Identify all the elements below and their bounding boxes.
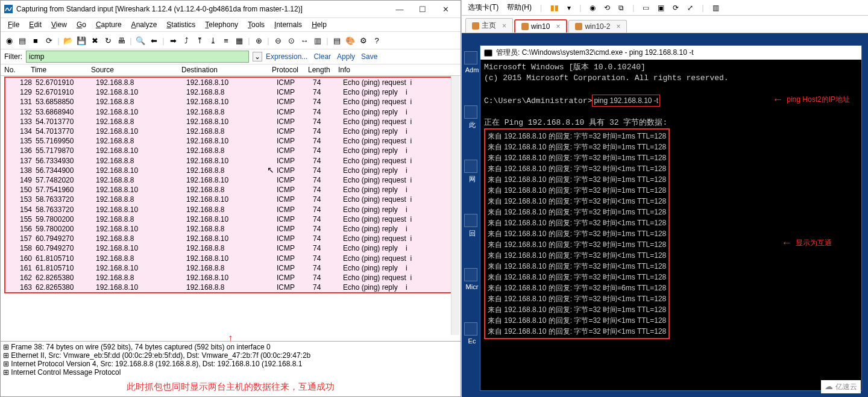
packet-list[interactable]: 12852.6701910192.168.8.8192.168.8.10ICMP… [1,76,461,335]
vm-guest-desktop[interactable]: 管理员: C:\Windows\system32\cmd.exe - ping … [462,33,868,397]
fit-icon[interactable]: ⤢ [685,2,696,13]
unity-icon[interactable]: ▣ [655,2,667,13]
wireshark-titlebar[interactable]: Capturing from Standard input [Wireshark… [1,1,461,18]
top-icon[interactable]: ⤒ [193,34,206,46]
desktop-icon[interactable]: 回 [464,214,477,227]
bottom-icon[interactable]: ⤓ [207,34,219,46]
col-time[interactable]: Time [31,66,91,74]
menu-statistics[interactable]: Statistics [163,19,199,30]
filter-link-save[interactable]: Save [361,52,377,61]
col-destination[interactable]: Destination [181,66,272,74]
menu-analyze[interactable]: Analyze [128,19,161,30]
revert-icon[interactable]: ⟲ [602,2,612,13]
display-filter-icon[interactable]: ▤ [331,34,343,46]
col-source[interactable]: Source [91,66,181,74]
forward-icon[interactable]: ➡ [167,34,179,46]
open-icon[interactable]: 📂 [62,34,74,46]
tab-win10[interactable]: win10× [514,19,567,33]
menu-go[interactable]: Go [73,19,90,30]
menu-view[interactable]: View [48,19,71,30]
colorize-icon[interactable]: ▦ [233,34,245,46]
cmd-titlebar[interactable]: 管理员: C:\Windows\system32\cmd.exe - ping … [480,46,861,60]
packet-row[interactable]: 16362.8265380192.168.8.10192.168.8.8ICMP… [5,283,452,292]
filter-link-apply[interactable]: Apply [337,52,355,61]
filter-link-clear[interactable]: Clear [313,52,331,61]
desktop-icon[interactable]: 网 [464,160,477,173]
menu-help[interactable]: Help [308,19,330,30]
col-info[interactable]: Info [338,66,461,74]
color-rules-icon[interactable]: 🎨 [344,34,356,46]
resize-icon[interactable]: ↔ [298,34,310,46]
col-protocol[interactable]: Protocol [272,66,308,74]
zoom-fit-icon[interactable]: ⊙ [285,34,297,46]
menu-internals[interactable]: Internals [271,19,306,30]
scrollbar[interactable] [451,76,459,335]
packet-row[interactable]: 13354.7013770192.168.8.8192.168.8.10ICMP… [5,117,452,127]
save-icon[interactable]: 💾 [75,34,87,46]
close-button[interactable]: ✕ [434,3,457,15]
tab-close-icon[interactable]: × [502,22,506,30]
packet-row[interactable]: 16061.8105710192.168.8.8192.168.8.10ICMP… [5,254,452,263]
reload-icon[interactable]: ⟳ [43,34,55,46]
packet-row[interactable]: 15057.7541960192.168.8.10192.168.8.8ICMP… [5,185,452,195]
restart-icon[interactable]: ↻ [102,34,114,46]
packet-row[interactable]: 16262.8265380192.168.8.8192.168.8.10ICMP… [5,273,452,283]
menu-telephony[interactable]: Telephony [201,19,242,30]
filter-dropdown-icon[interactable]: ⌄ [253,52,262,61]
snapshot-icon[interactable]: ◉ [587,2,598,13]
packet-row[interactable]: 15760.7949270192.168.8.8192.168.8.10ICMP… [5,234,452,243]
list-icon[interactable]: ▤ [16,34,28,46]
pause-icon[interactable]: ▮▮ [548,2,561,13]
packet-row[interactable]: 13555.7169950192.168.8.8192.168.8.10ICMP… [5,136,452,146]
manage-icon[interactable]: ⧉ [616,2,626,13]
close-icon[interactable]: ✖ [89,34,101,46]
packet-row[interactable]: 12852.6701910192.168.8.8192.168.8.10ICMP… [5,78,452,87]
back-icon[interactable]: ⬅ [148,34,160,46]
help-icon[interactable]: ? [371,34,383,46]
packet-row[interactable]: 13153.6858850192.168.8.8192.168.8.10ICMP… [5,97,452,107]
maximize-button[interactable]: ☐ [411,3,434,15]
tree-line[interactable]: ⊞ Internet Protocol Version 4, Src: 192.… [3,360,458,368]
menu-tools[interactable]: Tools [244,19,268,30]
packet-row[interactable]: 15659.7800200192.168.8.10192.168.8.8ICMP… [5,224,452,234]
cycle-icon[interactable]: ⟳ [670,2,681,13]
tree-line[interactable]: ⊞ Ethernet II, Src: Vmware_eb:5f:dd (00:… [3,351,458,360]
packet-row[interactable]: 15458.7633720192.168.8.10192.168.8.8ICMP… [5,205,452,214]
packet-row[interactable]: 12952.6701910192.168.8.10192.168.8.8ICMP… [5,87,452,97]
col-length[interactable]: Length [308,66,338,74]
packet-row[interactable]: 13454.7013770192.168.8.10192.168.8.8ICMP… [5,127,452,136]
packet-list-header[interactable]: No. Time Source Destination Protocol Len… [1,64,461,76]
packet-row[interactable]: 15559.7800200192.168.8.8192.168.8.10ICMP… [5,214,452,224]
find-icon[interactable]: 🔍 [134,34,146,46]
tree-line[interactable]: ⊞ Frame 38: 74 bytes on wire (592 bits),… [3,343,458,351]
filter-input[interactable]: icmp [26,51,249,63]
print-icon[interactable]: 🖶 [115,34,127,46]
desktop-icon[interactable]: Micr [464,268,477,281]
jump-icon[interactable]: ⤴ [180,34,192,46]
col-no[interactable]: No. [1,66,31,74]
minimize-button[interactable]: — [388,3,411,15]
play-dropdown-icon[interactable]: ▾ [565,2,573,13]
stop-icon[interactable]: ■ [30,34,42,46]
zoom-in-icon[interactable]: ⊕ [253,34,265,46]
packet-row[interactable]: 13655.7179870192.168.8.10192.168.8.8ICMP… [5,146,452,155]
tab-主页[interactable]: 主页× [465,18,513,33]
prefs-icon[interactable]: ⚙ [357,34,370,46]
tab-close-icon[interactable]: × [616,22,620,31]
desktop-icon[interactable]: Ec [464,322,477,336]
packet-row[interactable]: 15860.7949270192.168.8.10192.168.8.8ICMP… [5,243,452,253]
tabs-menu[interactable]: 选项卡(T) [465,1,501,14]
filter-link-expression[interactable]: Expression... [266,52,307,61]
packet-row[interactable]: 13253.6868940192.168.8.10192.168.8.8ICMP… [5,107,452,117]
desktop-icon[interactable]: 此 [464,105,477,119]
record-icon[interactable]: ◉ [3,34,15,46]
packet-row[interactable]: 13856.7344900192.168.8.10192.168.8.8ICMP… [5,166,452,175]
packet-row[interactable]: 15358.7633720192.168.8.8192.168.8.10ICMP… [5,195,452,204]
console-icon[interactable]: ▥ [710,2,722,13]
capture-filter-icon[interactable]: ▥ [312,34,324,46]
help-menu[interactable]: 帮助(H) [505,1,534,14]
desktop-icon[interactable]: Adm [464,51,477,64]
packet-row[interactable]: 16161.8105710192.168.8.10192.168.8.8ICMP… [5,263,452,273]
menu-capture[interactable]: Capture [92,19,125,30]
tab-win10-2[interactable]: win10-2× [568,20,627,33]
